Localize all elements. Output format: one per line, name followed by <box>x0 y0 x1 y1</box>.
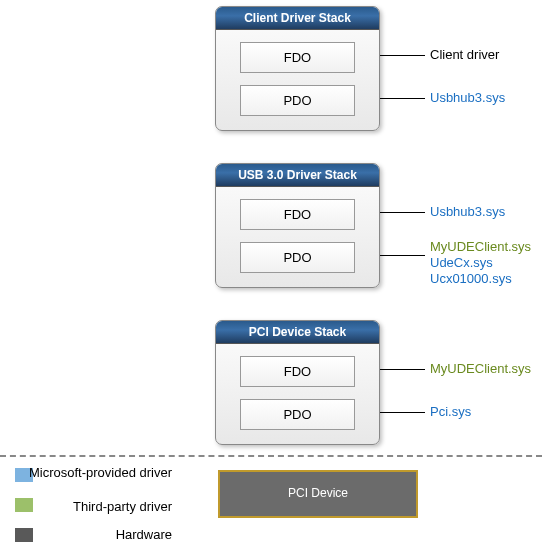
usb-driver-stack: USB 3.0 Driver Stack FDO PDO <box>215 163 380 288</box>
pdo-box: PDO <box>240 399 355 430</box>
connector-line <box>380 98 425 99</box>
stack-title: Client Driver Stack <box>216 7 379 30</box>
legend-ms: Microsoft-provided driver <box>12 465 172 480</box>
fdo-box: FDO <box>240 42 355 73</box>
pdo-box: PDO <box>240 85 355 116</box>
label-client-driver: Client driver <box>430 47 499 62</box>
separator-line <box>0 455 542 457</box>
label-usbhub3: Usbhub3.sys <box>430 90 505 105</box>
label-myudeclient: MyUDEClient.sys <box>430 239 531 254</box>
fdo-box: FDO <box>240 199 355 230</box>
connector-line <box>380 412 425 413</box>
label-ucx01000: Ucx01000.sys <box>430 271 512 286</box>
pdo-box: PDO <box>240 242 355 273</box>
label-myudeclient: MyUDEClient.sys <box>430 361 531 376</box>
fdo-box: FDO <box>240 356 355 387</box>
connector-line <box>380 212 425 213</box>
label-usbhub3: Usbhub3.sys <box>430 204 505 219</box>
stack-title: USB 3.0 Driver Stack <box>216 164 379 187</box>
connector-line <box>380 369 425 370</box>
stack-title: PCI Device Stack <box>216 321 379 344</box>
hardware-box: PCI Device <box>218 470 418 518</box>
client-driver-stack: Client Driver Stack FDO PDO <box>215 6 380 131</box>
label-udecx: UdeCx.sys <box>430 255 493 270</box>
connector-line <box>380 255 425 256</box>
connector-line <box>380 55 425 56</box>
label-pci: Pci.sys <box>430 404 471 419</box>
pci-device-stack: PCI Device Stack FDO PDO <box>215 320 380 445</box>
legend-hw: Hardware <box>12 527 172 542</box>
legend-tp: Third-party driver <box>12 499 172 514</box>
